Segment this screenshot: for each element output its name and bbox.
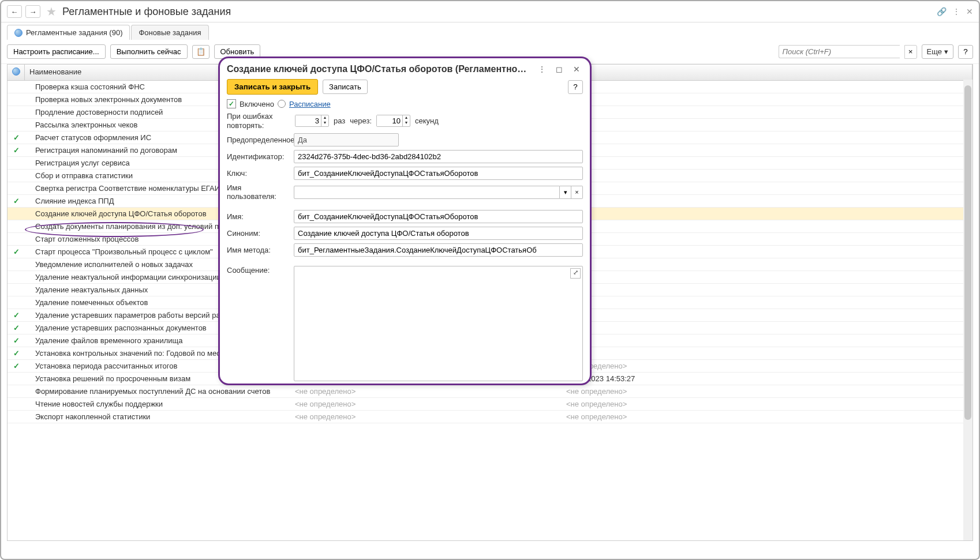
star-icon[interactable]: ★ — [46, 5, 57, 18]
check-icon: ✓ — [8, 197, 25, 205]
check-icon — [8, 159, 25, 167]
calendar-icon-button[interactable]: 📋 — [192, 45, 210, 59]
dialog-kebab-icon[interactable]: ⋮ — [536, 63, 548, 76]
check-icon — [8, 387, 25, 396]
predef-field — [294, 133, 399, 146]
check-icon — [8, 209, 25, 218]
dialog-help-button[interactable]: ? — [568, 80, 583, 94]
search-input[interactable] — [779, 45, 900, 58]
search-clear-button[interactable]: × — [904, 45, 917, 59]
kebab-menu-icon[interactable]: ⋮ — [952, 7, 960, 16]
check-icon: ✓ — [8, 349, 25, 358]
check-icon — [8, 374, 25, 383]
tab-background[interactable]: Фоновые задания — [131, 25, 208, 40]
id-field[interactable] — [294, 150, 583, 163]
syn-label: Синоним: — [227, 229, 290, 238]
task-date: ено> — [562, 171, 972, 180]
more-button[interactable]: Еще ▾ — [922, 44, 953, 59]
message-textarea[interactable]: ⤢ — [294, 266, 583, 381]
retry-label: При ошибках повторять: — [227, 112, 290, 130]
task-date: ено> — [562, 247, 972, 256]
task-date: ено> — [562, 349, 972, 358]
column-date[interactable]: ния — [562, 65, 972, 80]
check-icon — [8, 184, 25, 193]
retry-interval-input[interactable] — [377, 115, 402, 126]
task-name: Экспорт накопленной статистики — [25, 412, 290, 421]
task-date: ено> — [562, 311, 972, 320]
method-field[interactable] — [294, 243, 583, 257]
task-date: 6:53:41 — [562, 222, 972, 231]
name-label: Имя: — [227, 212, 290, 221]
configure-schedule-button[interactable]: Настроить расписание... — [7, 44, 106, 59]
task-dialog: Создание ключей доступа ЦФО/Статья оборо… — [218, 57, 592, 385]
user-clear-button[interactable]: × — [571, 186, 583, 199]
task-state: <не определено> — [290, 412, 562, 421]
spin-up-icon[interactable]: ▲ — [403, 115, 410, 121]
syn-field[interactable] — [294, 227, 583, 240]
task-name: Формирование планируемых поступлений ДС … — [25, 387, 290, 396]
globe-icon — [12, 67, 20, 76]
clock-icon — [278, 100, 286, 108]
save-close-button[interactable]: Записать и закрыть — [227, 79, 318, 95]
task-state: <не определено> — [290, 400, 562, 408]
enabled-checkbox[interactable]: ✓ — [227, 99, 236, 108]
link-icon[interactable]: 🔗 — [937, 7, 947, 16]
tab-scheduled-label: Регламентные задания (90) — [26, 28, 122, 37]
back-button[interactable]: ← — [7, 5, 22, 18]
task-date: ено> — [562, 184, 972, 193]
task-state: <не определено> — [290, 387, 562, 396]
user-field[interactable] — [294, 186, 560, 199]
dialog-close-icon[interactable]: ✕ — [570, 63, 583, 76]
name-field[interactable] — [294, 210, 583, 223]
expand-icon[interactable]: ⤢ — [570, 268, 581, 279]
task-date: <не определено> — [562, 400, 972, 408]
forward-button[interactable]: → — [25, 5, 40, 18]
method-label: Имя метода: — [227, 246, 290, 254]
check-icon: ✓ — [8, 324, 25, 332]
check-icon — [8, 260, 25, 269]
check-icon — [8, 412, 25, 421]
dialog-title: Создание ключей доступа ЦФО/Статья оборо… — [227, 64, 531, 74]
spin-down-icon[interactable]: ▼ — [403, 121, 410, 126]
retry-count-input[interactable] — [296, 115, 321, 126]
task-date: ено> — [562, 133, 972, 142]
table-row[interactable]: Формирование планируемых поступлений ДС … — [8, 385, 972, 398]
user-dropdown-button[interactable]: ▾ — [560, 186, 571, 199]
msg-label: Сообщение: — [227, 266, 290, 275]
column-status[interactable] — [8, 65, 25, 80]
dialog-maximize-icon[interactable]: ◻ — [553, 63, 566, 76]
check-icon — [8, 121, 25, 129]
check-icon: ✓ — [8, 133, 25, 142]
table-row[interactable]: Чтение новостей службы поддержки<не опре… — [8, 398, 972, 411]
check-icon: ✓ — [8, 336, 25, 345]
task-date: ено> — [562, 159, 972, 167]
run-now-button[interactable]: Выполнить сейчас — [110, 44, 188, 59]
check-icon: ✓ — [8, 247, 25, 256]
check-icon: ✓ — [8, 311, 25, 320]
task-date: ено> — [562, 197, 972, 205]
check-icon — [8, 298, 25, 307]
more-label: Еще — [927, 47, 942, 56]
tab-scheduled[interactable]: Регламентные задания (90) — [7, 25, 130, 40]
spin-down-icon[interactable]: ▼ — [321, 121, 328, 126]
scrollbar-thumb[interactable] — [964, 85, 971, 420]
id-label: Идентификатор: — [227, 152, 290, 161]
retry-seconds-label: секунд — [415, 116, 439, 125]
task-date: ено> — [562, 146, 972, 155]
close-icon[interactable]: ✕ — [966, 7, 973, 16]
check-icon — [8, 108, 25, 116]
scrollbar-track[interactable] — [963, 80, 972, 540]
task-date: 07.09.2023 14:53:27 — [562, 374, 972, 383]
page-title: Регламентные и фоновые задания — [62, 6, 933, 18]
check-icon — [8, 235, 25, 243]
spin-up-icon[interactable]: ▲ — [321, 115, 328, 121]
table-row[interactable]: Экспорт накопленной статистики<не опреде… — [8, 411, 972, 423]
check-icon — [8, 273, 25, 281]
schedule-link[interactable]: Расписание — [289, 100, 331, 108]
check-icon — [8, 82, 25, 91]
key-field[interactable] — [294, 167, 583, 180]
task-date: ено> — [562, 95, 972, 104]
retry-times-label: раз — [334, 116, 345, 125]
help-button[interactable]: ? — [958, 45, 973, 59]
save-button[interactable]: Записать — [323, 80, 368, 94]
